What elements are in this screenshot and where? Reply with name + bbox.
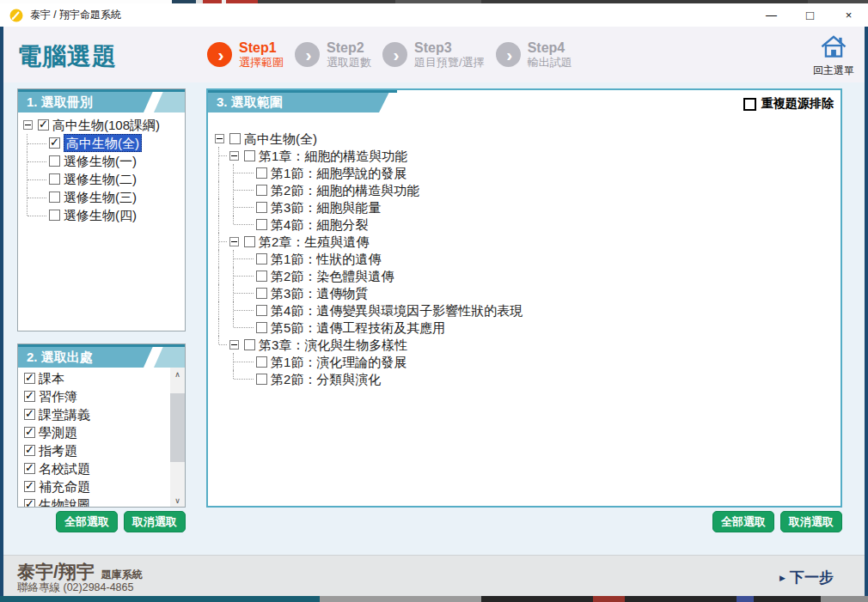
tree-row[interactable]: 第1節：性狀的遺傳: [215, 250, 837, 267]
source-checkbox[interactable]: [24, 463, 35, 474]
tree-row[interactable]: 第3章：演化與生物多樣性: [215, 336, 837, 353]
tree-node-label[interactable]: 第1章：細胞的構造與功能: [259, 148, 407, 164]
tree-row[interactable]: 第1章：細胞的構造與功能: [215, 147, 837, 164]
source-item[interactable]: 生物說圖: [24, 496, 185, 507]
tree-checkbox[interactable]: [244, 339, 255, 350]
tree-row[interactable]: 第4節：細胞分裂: [215, 216, 837, 233]
source-item[interactable]: 習作簿: [24, 387, 185, 405]
tree-checkbox[interactable]: [49, 173, 60, 185]
tree-checkbox[interactable]: [256, 253, 267, 265]
collapse-icon[interactable]: [23, 120, 38, 130]
tree-checkbox[interactable]: [38, 119, 49, 131]
close-button[interactable]: ×: [829, 3, 868, 27]
sources-scrollbar[interactable]: ∧ ∨: [170, 368, 185, 507]
deselect-scope-button[interactable]: 取消選取: [780, 511, 842, 532]
tree-node-label[interactable]: 第3章：演化與生物多樣性: [259, 337, 407, 353]
tree-node-label[interactable]: 選修生物(二): [64, 171, 137, 187]
tree-checkbox[interactable]: [256, 185, 267, 196]
collapse-icon[interactable]: [229, 340, 244, 350]
tree-checkbox[interactable]: [244, 236, 255, 247]
duplicate-filter-checkbox[interactable]: [743, 98, 756, 111]
tree-row[interactable]: 選修生物(四): [23, 206, 183, 224]
tree-row[interactable]: 第3節：遺傳物質: [215, 284, 837, 301]
source-item[interactable]: 課堂講義: [24, 405, 185, 423]
tree-row[interactable]: 選修生物(三): [23, 188, 183, 206]
tree-checkbox[interactable]: [256, 202, 267, 213]
tree-checkbox[interactable]: [49, 155, 60, 167]
tree-checkbox[interactable]: [256, 374, 267, 385]
tree-node-label[interactable]: 高中生物(108課綱): [52, 117, 160, 133]
source-checkbox[interactable]: [24, 427, 35, 438]
deselect-books-button[interactable]: 取消選取: [124, 511, 186, 532]
tree-checkbox[interactable]: [256, 219, 267, 230]
tree-node-label[interactable]: 第4節：遺傳變異與環境因子影響性狀的表現: [271, 302, 523, 319]
tree-node-label[interactable]: 第2節：細胞的構造與功能: [271, 182, 419, 198]
scroll-up-icon[interactable]: ∧: [170, 368, 185, 380]
tree-checkbox[interactable]: [256, 356, 267, 368]
tree-row[interactable]: 高中生物(全): [215, 130, 837, 147]
scroll-down-icon[interactable]: ∨: [170, 494, 185, 507]
tree-node-label[interactable]: 第2節：染色體與遺傳: [271, 268, 394, 284]
tree-node-label[interactable]: 第1節：細胞學說的發展: [271, 165, 406, 181]
minimize-button[interactable]: —: [752, 3, 791, 27]
tree-node-label[interactable]: 第4節：細胞分裂: [271, 216, 368, 233]
tree-checkbox[interactable]: [49, 137, 60, 149]
tree-checkbox[interactable]: [256, 271, 267, 282]
home-button[interactable]: 回主選單: [811, 34, 856, 78]
tree-node-label[interactable]: 高中生物(全): [64, 134, 142, 152]
tree-row[interactable]: 第2節：分類與演化: [215, 370, 837, 387]
tree-checkbox[interactable]: [229, 133, 241, 144]
tree-row[interactable]: 第4節：遺傳變異與環境因子影響性狀的表現: [215, 301, 837, 319]
tree-checkbox[interactable]: [256, 322, 267, 333]
tree-row[interactable]: 選修生物(一): [23, 152, 183, 170]
tree-row[interactable]: 第2節：細胞的構造與功能: [215, 181, 837, 198]
tree-node-label[interactable]: 第3節：細胞與能量: [271, 199, 381, 216]
select-all-books-button[interactable]: 全部選取: [56, 511, 118, 532]
tree-node-label[interactable]: 第1節：性狀的遺傳: [271, 251, 381, 267]
collapse-icon[interactable]: [215, 134, 229, 143]
tree-checkbox[interactable]: [256, 305, 267, 316]
scrollbar-thumb[interactable]: [170, 393, 185, 462]
tree-checkbox[interactable]: [256, 167, 267, 179]
source-item[interactable]: 課本: [24, 369, 185, 387]
source-checkbox[interactable]: [24, 409, 35, 420]
source-item[interactable]: 名校試題: [24, 459, 185, 477]
tree-row[interactable]: 第2章：生殖與遺傳: [215, 233, 837, 250]
tree-row[interactable]: 第1節：演化理論的發展: [215, 353, 837, 370]
source-checkbox[interactable]: [24, 445, 35, 456]
source-checkbox[interactable]: [24, 391, 35, 402]
tree-checkbox[interactable]: [256, 288, 267, 299]
maximize-button[interactable]: □: [791, 3, 829, 27]
tree-node-label[interactable]: 第2節：分類與演化: [271, 371, 381, 387]
collapse-icon[interactable]: [229, 151, 244, 161]
tree-node-label[interactable]: 第2章：生殖與遺傳: [259, 234, 369, 250]
source-checkbox[interactable]: [24, 373, 35, 384]
tree-row[interactable]: 第2節：染色體與遺傳: [215, 267, 837, 284]
source-item[interactable]: 學測題: [24, 423, 185, 441]
tree-checkbox[interactable]: [49, 192, 60, 203]
select-all-scope-button[interactable]: 全部選取: [712, 511, 774, 532]
tree-node-label[interactable]: 選修生物(四): [64, 207, 137, 223]
source-item[interactable]: 補充命題: [24, 477, 185, 496]
tree-checkbox[interactable]: [49, 210, 60, 221]
source-checkbox[interactable]: [24, 499, 35, 507]
tree-node-label[interactable]: 高中生物(全): [244, 131, 317, 147]
tree-node-label[interactable]: 選修生物(三): [64, 189, 137, 205]
tree-node-label[interactable]: 選修生物(一): [64, 153, 137, 169]
source-checkbox[interactable]: [24, 481, 35, 492]
collapse-icon[interactable]: [229, 237, 244, 246]
tree-node-label[interactable]: 第5節：遺傳工程技術及其應用: [271, 319, 445, 336]
tree-row[interactable]: 高中生物(全): [23, 134, 183, 152]
tree-row[interactable]: 高中生物(108課綱): [23, 116, 183, 134]
app-header: 電腦選題 ›Step1選擇範圍›Step2選取題數›Step3題目預覽/選擇›S…: [3, 27, 865, 82]
tree-row[interactable]: 選修生物(二): [23, 170, 183, 188]
tree-node-label[interactable]: 第1節：演化理論的發展: [271, 354, 406, 370]
source-item[interactable]: 指考題: [24, 441, 185, 459]
tree-row[interactable]: 第1節：細胞學說的發展: [215, 164, 837, 181]
duplicate-filter[interactable]: 重複題源排除: [743, 96, 834, 112]
tree-node-label[interactable]: 第3節：遺傳物質: [271, 285, 368, 301]
tree-row[interactable]: 第3節：細胞與能量: [215, 198, 837, 216]
tree-checkbox[interactable]: [244, 150, 255, 161]
tree-row[interactable]: 第5節：遺傳工程技術及其應用: [215, 319, 837, 336]
next-step-button[interactable]: ▶ 下一步: [779, 568, 834, 587]
